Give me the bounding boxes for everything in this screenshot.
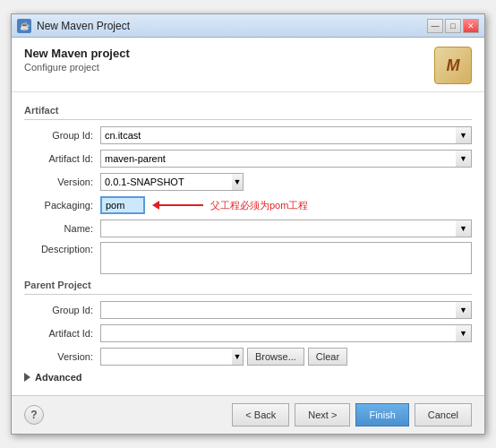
parent-version-control: ▼ Browse... Clear: [100, 348, 472, 366]
name-input-wrapper: ▼: [100, 220, 472, 237]
group-id-control: ▼: [100, 126, 472, 144]
parent-group-id-input[interactable]: [100, 301, 456, 319]
version-control: ▼: [100, 173, 472, 191]
footer-left: ?: [24, 405, 44, 425]
footer-buttons: < Back Next > Finish Cancel: [232, 403, 472, 426]
titlebar-left: ☕ New Maven Project: [17, 19, 130, 33]
header-text: New Maven project Configure project: [24, 47, 130, 73]
name-row: Name: ▼: [24, 219, 472, 238]
group-id-input-wrapper: ▼: [100, 126, 472, 144]
name-label: Name:: [24, 223, 100, 234]
version-input[interactable]: [100, 173, 232, 191]
artifact-id-row: Artifact Id: ▼: [24, 149, 472, 168]
annotation-text: 父工程必须为pom工程: [210, 199, 308, 212]
annotation-arrow: 父工程必须为pom工程: [152, 199, 308, 212]
description-row: Description:: [24, 242, 472, 274]
version-row: Version: ▼: [24, 172, 472, 192]
group-id-label: Group Id:: [24, 130, 100, 141]
footer: ? < Back Next > Finish Cancel: [12, 395, 484, 434]
description-label: Description:: [24, 242, 100, 254]
parent-artifact-id-row: Artifact Id: ▼: [24, 323, 472, 343]
back-button[interactable]: < Back: [232, 403, 289, 426]
parent-group-id-label: Group Id:: [24, 305, 100, 315]
artifact-id-label: Artifact Id:: [24, 153, 100, 164]
maven-icon: M: [434, 47, 472, 84]
artifact-id-dropdown[interactable]: ▼: [456, 150, 472, 168]
content: Artifact Group Id: ▼ Artifact Id: ▼: [12, 92, 484, 395]
advanced-label: Advanced: [35, 372, 82, 383]
version-input-wrapper: ▼: [100, 173, 244, 191]
parent-separator: [24, 294, 472, 295]
artifact-id-input[interactable]: [100, 150, 456, 168]
cancel-button[interactable]: Cancel: [415, 403, 472, 426]
parent-project-label: Parent Project: [24, 280, 472, 290]
parent-group-id-row: Group Id: ▼: [24, 300, 472, 320]
advanced-row[interactable]: Advanced: [24, 372, 472, 383]
packaging-annotation-container: 父工程必须为pom工程: [100, 196, 472, 214]
arrow-line: [158, 204, 203, 206]
parent-artifact-id-label: Artifact Id:: [24, 328, 100, 339]
name-dropdown[interactable]: ▼: [456, 220, 472, 237]
titlebar: ☕ New Maven Project — □ ✕: [12, 14, 484, 38]
help-button[interactable]: ?: [24, 405, 44, 425]
clear-button[interactable]: Clear: [308, 348, 347, 366]
group-id-row: Group Id: ▼: [24, 125, 472, 145]
page-title: New Maven project: [24, 47, 130, 60]
parent-version-label: Version:: [24, 351, 100, 362]
page-subtitle: Configure project: [24, 62, 130, 73]
parent-version-row: Version: ▼ Browse... Clear: [24, 347, 472, 366]
description-control: [100, 242, 472, 274]
parent-group-id-dropdown[interactable]: ▼: [456, 301, 472, 319]
parent-group-id-control: ▼: [100, 301, 472, 319]
minimize-button[interactable]: —: [427, 19, 443, 33]
window: ☕ New Maven Project — □ ✕ New Maven proj…: [11, 13, 485, 435]
version-dropdown[interactable]: ▼: [232, 173, 244, 191]
advanced-triangle-icon: [24, 373, 30, 382]
parent-version-wrapper: ▼: [100, 348, 244, 366]
packaging-input[interactable]: [100, 196, 145, 214]
window-title: New Maven Project: [37, 20, 130, 32]
packaging-label: Packaging:: [24, 200, 100, 211]
titlebar-controls: — □ ✕: [427, 19, 479, 33]
name-input[interactable]: [100, 220, 456, 237]
group-id-input[interactable]: [100, 126, 456, 144]
finish-button[interactable]: Finish: [355, 403, 408, 426]
window-icon: ☕: [17, 19, 31, 33]
browse-button[interactable]: Browse...: [247, 348, 304, 366]
parent-artifact-id-input[interactable]: [100, 324, 456, 342]
packaging-row: Packaging: 父工程必须为pom工程: [24, 195, 472, 215]
close-button[interactable]: ✕: [463, 19, 479, 33]
packaging-control: 父工程必须为pom工程: [100, 196, 472, 214]
parent-artifact-id-wrapper: ▼: [100, 324, 472, 342]
artifact-section-label: Artifact: [24, 105, 472, 116]
parent-version-input[interactable]: [100, 348, 232, 366]
next-button[interactable]: Next >: [295, 403, 350, 426]
group-id-dropdown[interactable]: ▼: [456, 126, 472, 144]
version-label: Version:: [24, 177, 100, 187]
artifact-id-input-wrapper: ▼: [100, 150, 472, 168]
artifact-separator: [24, 119, 472, 120]
name-control: ▼: [100, 220, 472, 237]
parent-artifact-id-control: ▼: [100, 324, 472, 342]
parent-artifact-id-dropdown[interactable]: ▼: [456, 324, 472, 342]
maximize-button[interactable]: □: [445, 19, 461, 33]
description-input[interactable]: [100, 242, 472, 274]
parent-group-id-wrapper: ▼: [100, 301, 472, 319]
parent-version-dropdown[interactable]: ▼: [232, 348, 244, 366]
artifact-id-control: ▼: [100, 150, 472, 168]
header: New Maven project Configure project M: [12, 38, 484, 92]
